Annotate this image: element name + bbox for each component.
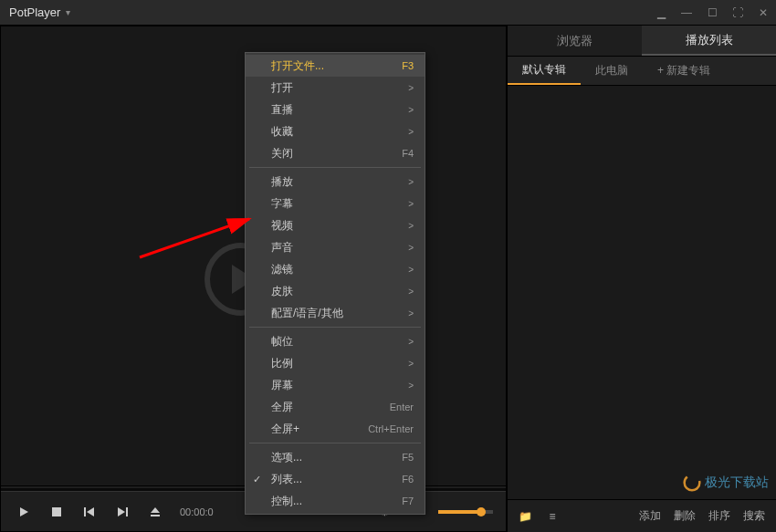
svg-marker-6 <box>151 507 160 513</box>
title-dropdown-icon[interactable]: ▾ <box>66 7 70 17</box>
subtab-new-album[interactable]: + 新建专辑 <box>643 57 725 85</box>
menu-item-label: 滤镜 <box>271 262 293 277</box>
svg-rect-5 <box>126 507 128 516</box>
menu-item-2-0[interactable]: 帧位> <box>246 330 425 352</box>
menu-item-label: 字幕 <box>271 196 293 212</box>
submenu-arrow-icon: > <box>408 199 414 209</box>
add-button[interactable]: 添加 <box>634 506 666 527</box>
menu-item-3-2[interactable]: 控制...F7 <box>246 490 425 512</box>
menu-item-label: 控制... <box>271 494 302 509</box>
menu-item-label: 打开文件... <box>271 58 324 74</box>
menu-shortcut: F7 <box>402 495 414 506</box>
menu-item-label: 全屏 <box>271 400 293 415</box>
watermark: 极光下载站 <box>683 474 769 492</box>
menu-item-label: 播放 <box>271 174 293 190</box>
menu-shortcut: F6 <box>402 474 414 485</box>
menu-item-0-2[interactable]: 直播> <box>246 99 425 120</box>
pin-button[interactable]: ▁ <box>648 0 674 26</box>
menu-item-2-4[interactable]: 全屏+Ctrl+Enter <box>246 418 425 440</box>
menu-item-1-2[interactable]: 视频> <box>246 214 425 236</box>
menu-item-0-4[interactable]: 关闭F4 <box>246 142 425 164</box>
close-button[interactable]: ✕ <box>750 0 776 26</box>
menu-item-0-0[interactable]: 打开文件...F3 <box>246 55 425 77</box>
delete-button[interactable]: 删除 <box>668 506 701 527</box>
submenu-arrow-icon: > <box>408 221 414 231</box>
submenu-arrow-icon: > <box>408 337 414 347</box>
prev-button[interactable] <box>74 498 105 526</box>
play-button[interactable] <box>8 498 39 526</box>
menu-item-0-1[interactable]: 打开> <box>246 77 425 99</box>
submenu-arrow-icon: > <box>408 83 414 93</box>
menu-shortcut: Enter <box>390 402 414 412</box>
menu-item-label: 帧位 <box>271 334 293 349</box>
folder-button[interactable]: 📁 <box>513 506 537 527</box>
subtab-this-pc[interactable]: 此电脑 <box>581 57 643 85</box>
menu-shortcut: F3 <box>402 60 414 71</box>
submenu-arrow-icon: > <box>408 287 414 297</box>
menu-item-1-0[interactable]: 播放> <box>246 171 425 193</box>
menu-item-0-3[interactable]: 收藏> <box>246 120 425 142</box>
menu-item-label: 收藏 <box>271 124 293 140</box>
svg-point-10 <box>685 475 700 491</box>
svg-rect-1 <box>52 507 61 516</box>
submenu-arrow-icon: > <box>408 308 414 318</box>
menu-separator <box>249 167 421 168</box>
menu-item-label: 声音 <box>271 240 293 256</box>
svg-marker-4 <box>118 507 125 516</box>
menu-item-label: 屏幕 <box>271 378 293 393</box>
menu-item-label: 选项... <box>271 450 302 465</box>
menu-item-1-1[interactable]: 字幕> <box>246 193 425 214</box>
menu-shortcut: Ctrl+Enter <box>368 423 414 434</box>
svg-marker-0 <box>20 507 28 516</box>
menu-item-label: 关闭 <box>271 146 293 162</box>
submenu-arrow-icon: > <box>408 381 414 391</box>
submenu-arrow-icon: > <box>408 243 414 253</box>
side-panel: 浏览器 播放列表 默认专辑 此电脑 + 新建专辑 📁 ≡ 添加 删除 排序 搜索 <box>507 26 776 532</box>
search-button[interactable]: 搜索 <box>738 506 771 527</box>
time-display: 00:00:0 <box>180 506 214 517</box>
svg-rect-7 <box>151 515 160 516</box>
menu-separator <box>249 327 421 328</box>
submenu-arrow-icon: > <box>408 359 414 369</box>
menu-item-3-0[interactable]: 选项...F5 <box>246 446 425 468</box>
menu-item-1-3[interactable]: 声音> <box>246 236 425 258</box>
tab-playlist[interactable]: 播放列表 <box>642 26 776 56</box>
maximize-button[interactable]: ☐ <box>699 0 725 26</box>
minimize-button[interactable]: — <box>674 0 699 26</box>
menu-shortcut: F4 <box>402 148 414 159</box>
menu-item-2-2[interactable]: 屏幕> <box>246 374 425 396</box>
context-menu: 打开文件...F3打开>直播>收藏>关闭F4播放>字幕>视频>声音>滤镜>皮肤>… <box>245 52 425 515</box>
menu-item-label: 皮肤 <box>271 284 293 299</box>
eject-button[interactable] <box>140 498 171 526</box>
menu-item-1-5[interactable]: 皮肤> <box>246 280 425 302</box>
menu-item-label: 比例 <box>271 356 293 371</box>
menu-item-label: 直播 <box>271 102 293 118</box>
menu-item-label: 配置/语言/其他 <box>271 306 343 321</box>
playlist-content[interactable] <box>508 86 776 499</box>
volume-slider[interactable] <box>438 510 493 514</box>
stop-button[interactable] <box>41 498 72 526</box>
menu-item-label: 列表... <box>271 472 302 487</box>
submenu-arrow-icon: > <box>408 105 414 115</box>
menu-shortcut: F5 <box>402 452 414 463</box>
menu-item-2-3[interactable]: 全屏Enter <box>246 396 425 418</box>
menu-item-1-6[interactable]: 配置/语言/其他> <box>246 302 425 324</box>
subtab-default-album[interactable]: 默认专辑 <box>508 57 581 85</box>
app-title: PotPlayer <box>9 5 60 19</box>
fullscreen-button[interactable]: ⛶ <box>725 0 750 26</box>
sort-button[interactable]: 排序 <box>703 506 736 527</box>
submenu-arrow-icon: > <box>408 265 414 275</box>
submenu-arrow-icon: > <box>408 177 414 187</box>
tab-browser[interactable]: 浏览器 <box>508 26 642 56</box>
list-mode-button[interactable]: ≡ <box>540 506 564 527</box>
menu-item-label: 视频 <box>271 218 293 234</box>
check-icon: ✓ <box>253 474 261 485</box>
menu-item-2-1[interactable]: 比例> <box>246 352 425 374</box>
menu-item-3-1[interactable]: ✓列表...F6 <box>246 468 425 490</box>
svg-marker-3 <box>87 507 94 516</box>
next-button[interactable] <box>107 498 138 526</box>
menu-item-label: 全屏+ <box>271 422 299 437</box>
menu-item-1-4[interactable]: 滤镜> <box>246 258 425 280</box>
menu-separator <box>249 443 421 443</box>
submenu-arrow-icon: > <box>408 127 414 137</box>
